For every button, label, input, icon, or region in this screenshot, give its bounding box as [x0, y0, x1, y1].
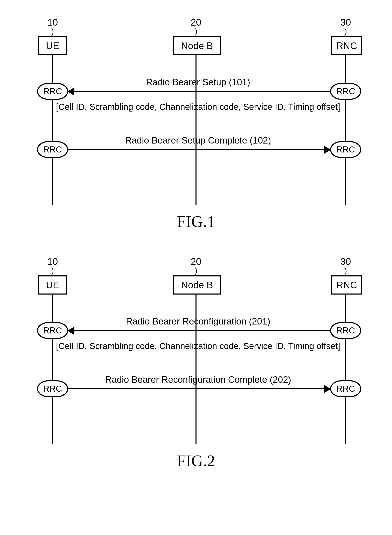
- figure-1: 10 20 30 ) ) ) UE Node B RNC Radio Beare…: [19, 17, 373, 231]
- arrowhead-right-icon: [324, 385, 331, 393]
- lifeline-rnc: [345, 55, 346, 205]
- arrowhead-right-icon: [324, 146, 331, 154]
- ref-tick: ): [51, 27, 54, 36]
- ref-tick: ): [51, 266, 54, 275]
- msg2-arrow: [68, 149, 330, 150]
- msg1-label: Radio Bearer Setup (101): [146, 77, 250, 87]
- msg2-label: Radio Bearer Reconfiguration Complete (2…: [105, 374, 291, 385]
- rrc-bubble-ue-1: RRC: [37, 83, 68, 100]
- rrc-bubble-ue-2: RRC: [37, 141, 68, 158]
- sequence-diagram-2: 10 20 30 ) ) ) UE Node B RNC Radio Beare…: [19, 256, 373, 447]
- node-rnc: RNC: [331, 275, 362, 294]
- rrc-bubble-rnc-1: RRC: [330, 322, 361, 339]
- node-ue: UE: [38, 275, 67, 294]
- sequence-diagram-1: 10 20 30 ) ) ) UE Node B RNC Radio Beare…: [19, 17, 373, 208]
- msg2-label: Radio Bearer Setup Complete (102): [125, 135, 271, 146]
- ref-number-ue: 10: [40, 256, 65, 267]
- msg1-params: [Cell ID, Scrambling code, Channelizatio…: [56, 341, 340, 351]
- figure-2-caption: FIG.2: [19, 451, 373, 470]
- msg1-arrow: [68, 330, 330, 331]
- rrc-bubble-rnc-2: RRC: [330, 380, 361, 397]
- msg1-label: Radio Bearer Reconfiguration (201): [126, 316, 271, 327]
- lifeline-ue: [52, 55, 53, 205]
- arrowhead-left-icon: [67, 87, 75, 96]
- rrc-bubble-rnc-2: RRC: [330, 141, 361, 158]
- arrowhead-left-icon: [67, 327, 75, 335]
- ref-number-nodeb: 20: [183, 256, 209, 267]
- msg2-arrow: [68, 388, 330, 389]
- page: 10 20 30 ) ) ) UE Node B RNC Radio Beare…: [0, 0, 392, 499]
- msg1-arrow: [68, 91, 330, 92]
- rrc-bubble-ue-1: RRC: [37, 322, 68, 339]
- ref-number-ue: 10: [40, 17, 65, 28]
- lifeline-rnc: [345, 294, 346, 444]
- figure-1-caption: FIG.1: [19, 212, 373, 231]
- ref-tick: ): [195, 27, 197, 36]
- node-ue: UE: [38, 36, 67, 55]
- node-nodeb: Node B: [173, 36, 221, 55]
- rrc-bubble-ue-2: RRC: [37, 380, 68, 397]
- figure-2: 10 20 30 ) ) ) UE Node B RNC Radio Beare…: [19, 256, 373, 470]
- ref-number-rnc: 30: [333, 17, 358, 28]
- node-rnc: RNC: [331, 36, 362, 55]
- ref-tick: ): [344, 266, 347, 275]
- ref-tick: ): [195, 266, 197, 275]
- ref-number-nodeb: 20: [183, 17, 209, 28]
- rrc-bubble-rnc-1: RRC: [330, 83, 361, 100]
- lifeline-ue: [52, 294, 53, 444]
- msg1-params: [Cell ID, Scrambling code, Channelizatio…: [56, 102, 340, 112]
- ref-tick: ): [344, 27, 347, 36]
- ref-number-rnc: 30: [333, 256, 358, 267]
- node-nodeb: Node B: [173, 275, 221, 294]
